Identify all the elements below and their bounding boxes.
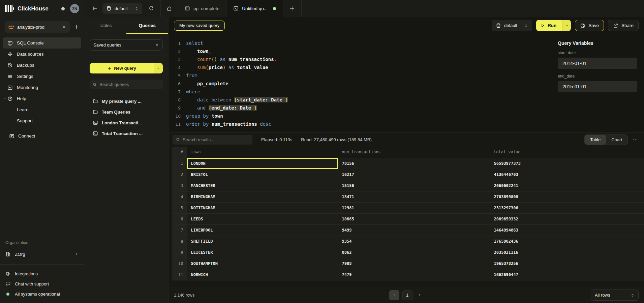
run-options-button[interactable] xyxy=(562,20,571,31)
table-cell[interactable]: MANCHESTER xyxy=(187,180,338,191)
table-cell[interactable]: BIRMINGHAM xyxy=(187,191,338,202)
table-cell[interactable]: BRISTOL xyxy=(187,169,338,180)
sidebar-item-monitoring[interactable]: Monitoring xyxy=(3,82,81,93)
search-queries-input[interactable] xyxy=(99,82,160,87)
home-button[interactable] xyxy=(161,0,178,17)
row-index-cell[interactable]: 9 xyxy=(172,247,187,258)
query-item-team-queries[interactable]: Team Queries xyxy=(84,107,168,117)
query-item-my-private-query[interactable]: My private query ... xyxy=(84,96,168,107)
table-row: 2BRISTOL162174136446703 xyxy=(172,169,644,180)
database-selector-run[interactable]: default xyxy=(492,20,532,31)
table-cell[interactable]: 9499 xyxy=(338,224,490,236)
table-cell[interactable]: 78156 xyxy=(338,158,490,169)
row-index-cell[interactable]: 3 xyxy=(172,180,187,191)
view-chart-button[interactable]: Chart xyxy=(606,135,627,145)
refresh-button[interactable] xyxy=(142,0,160,17)
tab-untitled-query[interactable]: Untitled qu... xyxy=(226,0,283,17)
search-results-input[interactable] xyxy=(183,137,249,142)
page-size-selector[interactable]: All rows xyxy=(591,290,639,301)
table-cell[interactable]: NOTTINGHAM xyxy=(187,202,338,213)
next-page-button[interactable] xyxy=(416,290,424,300)
row-index-cell[interactable]: 6 xyxy=(172,213,187,224)
table-cell[interactable]: 4136446703 xyxy=(490,169,644,180)
table-cell[interactable]: SOUTHAMPTON xyxy=(187,258,338,269)
save-button[interactable]: Save xyxy=(575,20,604,31)
query-item-london-transacti[interactable]: London Transacti... xyxy=(84,117,168,128)
table-cell[interactable]: LONDON xyxy=(187,158,338,169)
notification-dot[interactable] xyxy=(61,7,65,10)
row-index-cell[interactable]: 8 xyxy=(172,236,187,247)
sidebar-item-sql-console[interactable]: SQL Console xyxy=(3,37,81,49)
table-cell[interactable]: 7908 xyxy=(338,258,490,269)
table-cell[interactable]: 7479 xyxy=(338,269,490,280)
table-cell[interactable]: 1662690447 xyxy=(490,269,644,280)
sidebar-item-settings[interactable]: Settings xyxy=(3,71,81,82)
table-cell[interactable]: 9354 xyxy=(338,236,490,247)
table-cell[interactable]: 2089859332 xyxy=(490,213,644,224)
variable-input-end-date[interactable] xyxy=(558,81,637,92)
sidebar-item-help[interactable]: Help xyxy=(3,93,81,104)
sidebar-item-data-sources[interactable]: Data sources xyxy=(3,49,81,60)
sidebar-item-learn[interactable]: Learn xyxy=(3,104,81,115)
table-cell[interactable]: 8862 xyxy=(338,247,490,258)
tab-tables[interactable]: Tables xyxy=(84,17,126,34)
row-index-cell[interactable]: 5 xyxy=(172,202,187,213)
tab-pp-complete[interactable]: pp_complete xyxy=(178,0,226,17)
table-cell[interactable]: 12981 xyxy=(338,202,490,213)
table-cell[interactable]: SHEFFIELD xyxy=(187,236,338,247)
share-button[interactable]: Share xyxy=(608,20,639,31)
row-index-cell[interactable]: 10 xyxy=(172,258,187,269)
current-page[interactable]: 1 xyxy=(402,290,412,300)
table-cell[interactable]: 16217 xyxy=(338,169,490,180)
table-cell[interactable]: 2313297306 xyxy=(490,202,644,213)
column-header-num-transactions[interactable]: num_transactions xyxy=(338,147,490,158)
table-cell[interactable]: 2035821116 xyxy=(490,247,644,258)
table-cell[interactable]: 56593977373 xyxy=(490,158,644,169)
tab-queries[interactable]: Queries xyxy=(126,17,168,34)
sql-editor[interactable]: 1select2town,3count() as num_transaction… xyxy=(168,34,551,132)
organization-switcher[interactable]: ZOrg xyxy=(0,248,84,260)
new-tab-button[interactable] xyxy=(283,0,301,17)
column-header-index[interactable]: # xyxy=(172,147,187,158)
saved-query-chip[interactable]: My new saved query xyxy=(174,21,225,31)
table-cell[interactable]: LEICESTER xyxy=(187,247,338,258)
new-query-dropdown-button[interactable] xyxy=(154,63,163,73)
query-item-total-transaction[interactable]: Total Transaction ... xyxy=(84,128,168,139)
view-table-button[interactable]: Table xyxy=(585,135,606,145)
table-cell[interactable]: 10865 xyxy=(338,213,490,224)
table-cell[interactable]: 1464994863 xyxy=(490,224,644,236)
sidebar-item-backups[interactable]: Backups xyxy=(3,60,81,71)
table-cell[interactable]: NORWICH xyxy=(187,269,338,280)
sidebar-footer-item-chat-with-support[interactable]: Chat with support xyxy=(0,279,84,289)
add-service-button[interactable] xyxy=(74,24,79,30)
table-cell[interactable]: LEEDS xyxy=(187,213,338,224)
sidebar-item-support[interactable]: Support xyxy=(3,115,81,126)
table-cell[interactable]: 2703899808 xyxy=(490,191,644,202)
collapse-sidebar-button[interactable] xyxy=(84,0,102,17)
column-header-town[interactable]: town xyxy=(187,147,338,158)
workspace-selector[interactable]: aws analytics-prod xyxy=(5,21,70,33)
saved-queries-select[interactable]: Saved queries xyxy=(90,39,163,51)
row-index-cell[interactable]: 7 xyxy=(172,224,187,236)
row-index-cell[interactable]: 2 xyxy=(172,169,187,180)
variable-input-start-date[interactable] xyxy=(558,58,637,69)
table-cell[interactable]: 13471 xyxy=(338,191,490,202)
connect-button[interactable]: Connect xyxy=(5,130,79,142)
database-selector-top[interactable]: default xyxy=(102,3,142,14)
column-header-total-value[interactable]: total_value xyxy=(490,147,644,158)
avatar[interactable]: ZN xyxy=(70,4,79,13)
table-cell[interactable]: LIVERPOOL xyxy=(187,224,338,236)
results-more-button[interactable] xyxy=(633,137,638,143)
table-cell[interactable]: 2660602241 xyxy=(490,180,644,191)
row-index-cell[interactable]: 1 xyxy=(172,158,187,169)
row-index-cell[interactable]: 4 xyxy=(172,191,187,202)
row-index-cell[interactable]: 11 xyxy=(172,269,187,280)
sidebar-footer-item-all-systems-operational[interactable]: All systems operational xyxy=(0,289,84,299)
new-query-button[interactable]: New query xyxy=(90,63,154,73)
sidebar-footer-item-integrations[interactable]: Integrations xyxy=(0,269,84,279)
previous-page-button[interactable] xyxy=(389,290,399,300)
table-cell[interactable]: 15156 xyxy=(338,180,490,191)
table-cell[interactable]: 1965378256 xyxy=(490,258,644,269)
run-button[interactable]: Run xyxy=(536,20,562,31)
table-cell[interactable]: 1765902436 xyxy=(490,236,644,247)
